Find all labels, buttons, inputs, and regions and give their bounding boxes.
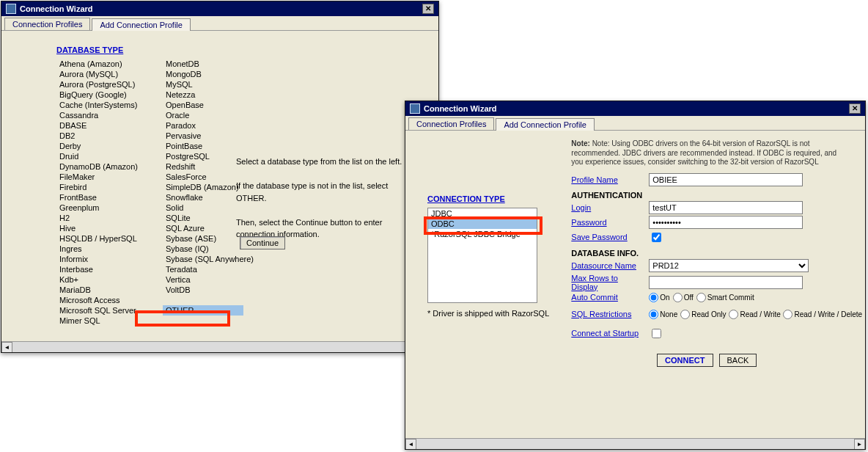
- db-type-item[interactable]: Kdb+: [56, 274, 141, 285]
- connection-type-heading: CONNECTION TYPE: [427, 194, 549, 203]
- connection-type-item[interactable]: *RazorSQL JDBC Bridge: [428, 229, 537, 239]
- tabs-right: Connection Profiles Add Connection Profi…: [405, 116, 865, 131]
- back-button[interactable]: BACK: [719, 354, 757, 367]
- db-type-item[interactable]: Vertica: [163, 274, 257, 285]
- auto-commit-option[interactable]: Off: [673, 293, 694, 302]
- datasource-select[interactable]: PRD12: [649, 259, 809, 272]
- odbc-warning-note: Note: Note: Using ODBC drivers on the 64…: [571, 139, 842, 167]
- connect-button[interactable]: CONNECT: [657, 354, 713, 367]
- close-icon[interactable]: ✕: [849, 103, 861, 114]
- horizontal-scrollbar-left[interactable]: ◄ ►: [1, 341, 438, 352]
- tab-profiles[interactable]: Connection Profiles: [408, 117, 494, 130]
- db-type-item[interactable]: Netezza: [163, 90, 257, 100]
- scroll-left-icon[interactable]: ◄: [1, 342, 12, 352]
- body-left: DATABASE TYPE Athena (Amazon)Aurora (MyS…: [1, 31, 438, 352]
- sql-restriction-option[interactable]: None: [649, 310, 677, 319]
- db-type-item[interactable]: Microsoft Access: [56, 295, 141, 305]
- scroll-left-icon[interactable]: ◄: [405, 439, 416, 449]
- db-type-item[interactable]: Informix: [56, 254, 141, 264]
- auto-commit-option[interactable]: On: [649, 293, 669, 302]
- save-password-checkbox[interactable]: [652, 233, 661, 242]
- profile-name-input[interactable]: [649, 173, 803, 186]
- db-type-column-1: Athena (Amazon)Aurora (MySQL)Aurora (Pos…: [56, 59, 141, 326]
- db-type-item[interactable]: OpenBase: [163, 100, 257, 110]
- database-info-heading: DATABASE INFO.: [571, 249, 842, 258]
- connection-form: Note: Note: Using ODBC drivers on the 64…: [571, 139, 842, 367]
- max-rows-label: Max Rows to Display: [571, 274, 644, 291]
- db-type-item[interactable]: Athena (Amazon): [56, 59, 141, 69]
- db-type-item[interactable]: Greenplum: [56, 203, 141, 213]
- tab-add-profile[interactable]: Add Connection Profile: [92, 18, 191, 31]
- db-type-item[interactable]: Microsoft SQL Server: [56, 305, 141, 316]
- db-type-item[interactable]: Paradox: [163, 120, 257, 131]
- db-type-item[interactable]: Druid: [56, 151, 141, 161]
- titlebar-left[interactable]: Connection Wizard ✕: [1, 1, 438, 16]
- db-type-item[interactable]: Aurora (PostgreSQL): [56, 79, 141, 90]
- db-type-item[interactable]: Sybase (SQL Anywhere): [163, 254, 257, 264]
- db-type-item-other[interactable]: OTHER: [163, 305, 243, 316]
- sql-restriction-option[interactable]: Read / Write: [729, 310, 780, 319]
- db-type-item[interactable]: Derby: [56, 141, 141, 151]
- db-type-item[interactable]: Aurora (MySQL): [56, 69, 141, 79]
- titlebar-right[interactable]: Connection Wizard ✕: [405, 101, 865, 116]
- authentication-heading: AUTHENTICATION: [571, 191, 842, 200]
- db-type-item[interactable]: VoltDB: [163, 285, 257, 295]
- db-type-item[interactable]: MariaDB: [56, 285, 141, 295]
- db-type-item[interactable]: MongoDB: [163, 69, 257, 79]
- connection-type-panel: CONNECTION TYPE JDBCODBC*RazorSQL JDBC B…: [427, 139, 549, 367]
- login-label: Login: [571, 203, 644, 212]
- db-type-item[interactable]: Cassandra: [56, 110, 141, 120]
- connection-type-item[interactable]: JDBC: [428, 208, 537, 219]
- db-type-item: [163, 295, 257, 305]
- db-type-item[interactable]: FrontBase: [56, 192, 141, 203]
- app-icon: [410, 103, 420, 114]
- connection-type-list[interactable]: JDBCODBC*RazorSQL JDBC Bridge: [427, 208, 537, 303]
- sql-restriction-option[interactable]: Read / Write / Delete: [783, 310, 834, 319]
- db-type-item[interactable]: DB2: [56, 131, 141, 141]
- max-rows-input[interactable]: [649, 276, 803, 289]
- login-input[interactable]: [649, 201, 803, 214]
- tab-add-profile[interactable]: Add Connection Profile: [496, 118, 595, 131]
- password-input[interactable]: [649, 216, 803, 229]
- db-type-item[interactable]: Pervasive: [163, 131, 257, 141]
- window-title: Connection Wizard: [20, 4, 93, 13]
- db-type-item[interactable]: Teradata: [163, 264, 257, 274]
- db-type-item[interactable]: PointBase: [163, 141, 257, 151]
- db-type-item[interactable]: Cache (InterSystems): [56, 100, 141, 110]
- connection-type-item[interactable]: ODBC: [428, 219, 537, 229]
- db-type-item[interactable]: Ingres: [56, 244, 141, 254]
- window-title: Connection Wizard: [424, 104, 497, 113]
- driver-note: * Driver is shipped with RazorSQL: [427, 309, 549, 318]
- db-type-item[interactable]: FileMaker: [56, 172, 141, 182]
- db-type-item[interactable]: MySQL: [163, 79, 257, 90]
- hint-line-2: If the database type is not in the list,…: [236, 180, 419, 204]
- connect-startup-label: Connect at Startup: [571, 329, 644, 338]
- db-type-item[interactable]: BigQuery (Google): [56, 90, 141, 100]
- sql-restriction-option[interactable]: Read Only: [680, 310, 726, 319]
- db-type-item[interactable]: Interbase: [56, 264, 141, 274]
- db-type-item[interactable]: Mimer SQL: [56, 316, 141, 326]
- db-type-item[interactable]: Oracle: [163, 110, 257, 120]
- hint-line-1: Select a database type from the list on …: [236, 156, 419, 168]
- db-type-item[interactable]: DynamoDB (Amazon): [56, 161, 141, 172]
- horizontal-scrollbar-right[interactable]: ◄ ►: [405, 438, 865, 449]
- close-icon[interactable]: ✕: [422, 4, 434, 14]
- db-type-item[interactable]: Firebird: [56, 182, 141, 192]
- connect-startup-checkbox[interactable]: [652, 329, 661, 338]
- wizard-window-left: Connection Wizard ✕ Connection Profiles …: [1, 1, 439, 353]
- datasource-label: Datasource Name: [571, 261, 644, 270]
- db-type-item[interactable]: H2: [56, 213, 141, 223]
- scroll-right-icon[interactable]: ►: [854, 439, 865, 449]
- db-type-item[interactable]: HSQLDB / HyperSQL: [56, 233, 141, 244]
- db-type-item[interactable]: MonetDB: [163, 59, 257, 69]
- db-type-item[interactable]: DBASE: [56, 120, 141, 131]
- db-type-item[interactable]: Hive: [56, 223, 141, 233]
- tabs-left: Connection Profiles Add Connection Profi…: [1, 16, 438, 31]
- sql-restrictions-radios[interactable]: NoneRead OnlyRead / WriteRead / Write / …: [649, 310, 834, 319]
- tab-profiles[interactable]: Connection Profiles: [4, 18, 90, 30]
- auto-commit-label: Auto Commit: [571, 293, 644, 302]
- auto-commit-option[interactable]: Smart Commit: [696, 293, 754, 302]
- auto-commit-radios[interactable]: On Off Smart Commit: [649, 293, 754, 302]
- continue-button[interactable]: Continue: [240, 236, 285, 249]
- body-right: CONNECTION TYPE JDBCODBC*RazorSQL JDBC B…: [405, 131, 865, 449]
